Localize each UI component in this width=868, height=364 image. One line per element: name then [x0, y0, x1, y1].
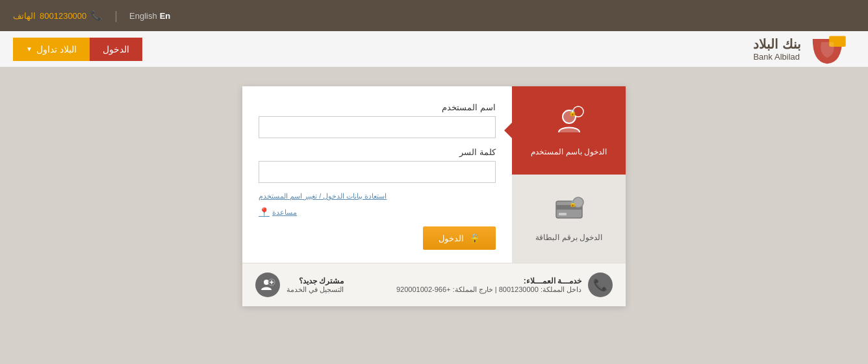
bank-name-english: Bank Albilad: [753, 52, 801, 62]
svg-rect-6: [559, 213, 567, 215]
new-subscriber-text: مشترك جديد؟ التسجيل في الخدمة: [287, 276, 344, 294]
username-tab[interactable]: 🔒 الدخول باسم المستخدم: [512, 86, 626, 175]
login-nav-button[interactable]: الدخول: [90, 38, 142, 61]
top-bar: 📞 8001230000 الهاتف | English En: [0, 0, 868, 31]
customer-service-text: خدمـــة العمـــلاء: داخل المملكة: 800123…: [396, 276, 581, 294]
help-label: مساعدة: [272, 208, 297, 217]
lang-code: En: [160, 11, 171, 21]
username-tab-label: الدخول باسم المستخدم: [531, 147, 607, 156]
phone-label: الهاتف: [13, 11, 36, 21]
svg-text:🔒: 🔒: [569, 200, 577, 208]
svg-text:🔒: 🔒: [568, 108, 577, 117]
divider: |: [114, 9, 118, 23]
password-label: كلمة السر: [259, 147, 496, 157]
nav-buttons: البلاد تداول ▼ الدخول: [13, 38, 142, 61]
recover-link-container[interactable]: استعادة بيانات الدخول / تغيير اسم المستخ…: [259, 192, 496, 200]
new-subscriber-subtitle: التسجيل في الخدمة: [287, 285, 344, 294]
albilad-button-label: البلاد تداول: [36, 44, 77, 55]
phone-circle-icon: 📞: [588, 273, 613, 297]
form-section: اسم المستخدم كلمة السر استعادة بيانات ال…: [242, 86, 512, 263]
recover-link[interactable]: استعادة بيانات الدخول / تغيير اسم المستخ…: [259, 192, 387, 200]
main-content: اسم المستخدم كلمة السر استعادة بيانات ال…: [0, 67, 868, 306]
phone-info: 📞 8001230000 الهاتف: [13, 10, 103, 21]
phone-number: 8001230000: [40, 11, 86, 21]
bank-logo-svg: [806, 33, 849, 66]
card-tab[interactable]: 🔒 الدخول برقم البطاقة: [512, 175, 626, 263]
customer-service-section: 📞 خدمـــة العمـــلاء: داخل المملكة: 8001…: [396, 273, 613, 297]
lang-label: English: [129, 11, 157, 21]
subscriber-icon: [255, 273, 280, 297]
bank-name-arabic: بنك البلاد: [753, 36, 801, 52]
login-card: اسم المستخدم كلمة السر استعادة بيانات ال…: [242, 86, 626, 306]
customer-service-detail: داخل المملكة: 8001230000 | خارج المملكة:…: [396, 285, 581, 294]
info-bar: 📞 خدمـــة العمـــلاء: داخل المملكة: 8001…: [242, 263, 626, 306]
login-card-body: اسم المستخدم كلمة السر استعادة بيانات ال…: [242, 86, 626, 263]
domestic-number: داخل المملكة: 8001230000: [499, 285, 581, 293]
username-input[interactable]: [259, 116, 496, 138]
nav-bar: البلاد تداول ▼ الدخول بنك البلاد Bank Al…: [0, 31, 868, 67]
albilad-trading-button[interactable]: البلاد تداول ▼: [13, 38, 90, 61]
submit-button[interactable]: 🔒 الدخول: [423, 226, 496, 250]
chevron-down-icon: ▼: [26, 45, 32, 53]
separator: |: [493, 285, 497, 293]
phone-icon: 📞: [90, 10, 103, 21]
password-input[interactable]: [259, 161, 496, 183]
help-row[interactable]: مساعدة 📍: [259, 207, 496, 217]
username-label: اسم المستخدم: [259, 103, 496, 112]
help-icon: 📍: [259, 207, 270, 217]
new-subscriber-title: مشترك جديد؟: [287, 276, 344, 285]
customer-service-title: خدمـــة العمـــلاء:: [396, 276, 581, 285]
card-tab-label: الدخول برقم البطاقة: [535, 233, 602, 242]
language-selector[interactable]: English En: [129, 11, 170, 21]
international-number: خارج المملكة: +966-920001002: [396, 285, 493, 293]
card-icon: 🔒: [554, 196, 585, 228]
submit-label: الدخول: [439, 234, 464, 243]
bank-logo: بنك البلاد Bank Albilad: [753, 33, 849, 66]
user-icon: 🔒: [554, 105, 585, 142]
bank-name-container: بنك البلاد Bank Albilad: [753, 36, 801, 62]
login-nav-label: الدخول: [103, 44, 129, 55]
tabs-section: 🔒 الدخول باسم المستخدم 🔒: [512, 86, 626, 263]
new-subscriber-section[interactable]: مشترك جديد؟ التسجيل في الخدمة: [255, 273, 344, 297]
lock-icon: 🔒: [469, 233, 480, 243]
